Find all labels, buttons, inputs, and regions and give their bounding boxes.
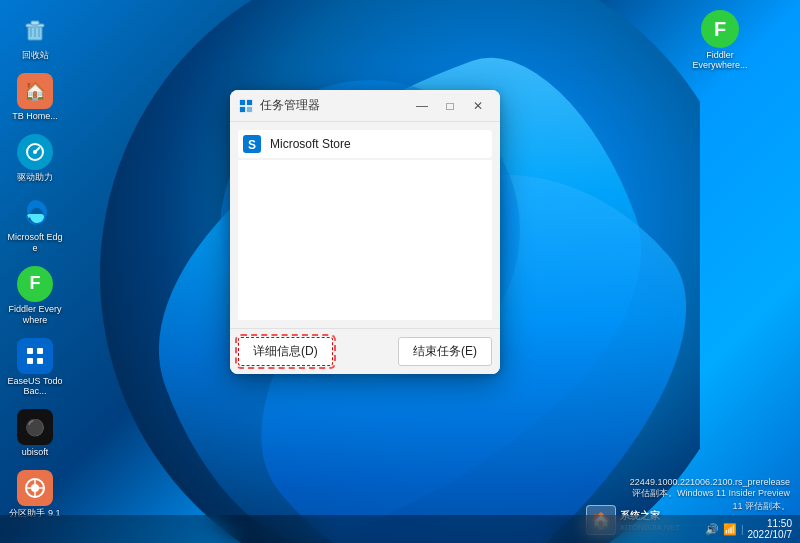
fiddler-top-right-label: Fiddler Everywhere... — [690, 50, 750, 70]
clock: 11:50 2022/10/7 — [748, 518, 793, 540]
taskman-footer: 详细信息(D) 结束任务(E) — [230, 328, 500, 374]
end-task-button[interactable]: 结束任务(E) — [398, 337, 492, 366]
svg-rect-10 — [37, 358, 43, 364]
task-manager-window: 任务管理器 ― □ ✕ S Microsoft Store 详细信息(D) — [230, 90, 500, 374]
easeus-icon[interactable]: EaseUS Todo Bac... — [5, 334, 65, 402]
details-button[interactable]: 详细信息(D) — [238, 337, 333, 366]
ubisoft-label: ubisoft — [22, 447, 49, 458]
svg-rect-18 — [247, 99, 252, 104]
system-tray: 🔊 📶 | 11:50 2022/10/7 — [705, 518, 792, 540]
svg-rect-2 — [31, 21, 39, 25]
svg-text:S: S — [248, 138, 256, 152]
tray-volume-icon[interactable]: 🔊 — [705, 523, 719, 536]
app-row[interactable]: S Microsoft Store — [238, 130, 492, 158]
watermark-line2: 评估副本。Windows 11 Insider Preview — [630, 487, 790, 500]
easeus-label: EaseUS Todo Bac... — [7, 376, 63, 398]
ms-store-icon: S — [242, 134, 262, 154]
fiddler-left-label: Fiddler Everywhere — [7, 304, 63, 326]
svg-rect-19 — [240, 106, 245, 111]
svg-rect-20 — [247, 106, 252, 111]
clock-time: 11:50 — [748, 518, 793, 529]
fiddler-top-right-icon[interactable]: F Fiddler Everywhere... — [690, 10, 750, 70]
taskman-app-icon — [238, 98, 254, 114]
recycle-bin-icon[interactable]: 回收站 — [5, 8, 65, 65]
fiddler-letter: F — [701, 10, 739, 48]
speed-icon[interactable]: 驱动助力 — [5, 130, 65, 187]
svg-rect-9 — [27, 358, 33, 364]
taskman-title: 任务管理器 — [260, 97, 408, 114]
watermark-line1: 22449.1000.221006.2100.rs_prerelease — [630, 477, 790, 487]
speed-label: 驱动助力 — [17, 172, 53, 183]
svg-rect-8 — [37, 348, 43, 354]
svg-rect-17 — [240, 99, 245, 104]
tray-network-icon[interactable]: 📶 — [723, 523, 737, 536]
window-controls: ― □ ✕ — [408, 92, 492, 120]
desktop-icon-column: 回收站 🏠 TB Home... 驱动助力 — [0, 0, 70, 543]
edge-icon[interactable]: Microsoft Edge — [5, 190, 65, 258]
svg-rect-7 — [27, 348, 33, 354]
tb-home-label: TB Home... — [12, 111, 58, 122]
edge-label: Microsoft Edge — [7, 232, 63, 254]
ubisoft-icon[interactable]: ⚫ ubisoft — [5, 405, 65, 462]
minimize-button[interactable]: ― — [408, 92, 436, 120]
maximize-button[interactable]: □ — [436, 92, 464, 120]
recycle-bin-label: 回收站 — [22, 50, 49, 61]
tb-home-icon[interactable]: 🏠 TB Home... — [5, 69, 65, 126]
app-name: Microsoft Store — [270, 137, 351, 151]
taskbar: 🔊 📶 | 11:50 2022/10/7 — [0, 515, 800, 543]
fiddler-left-icon[interactable]: F Fiddler Everywhere — [5, 262, 65, 330]
close-button[interactable]: ✕ — [464, 92, 492, 120]
taskman-titlebar: 任务管理器 ― □ ✕ — [230, 90, 500, 122]
taskman-content-area — [238, 160, 492, 320]
clock-date: 2022/10/7 — [748, 529, 793, 540]
svg-point-6 — [33, 150, 37, 154]
svg-point-12 — [31, 484, 39, 492]
desktop: 回收站 🏠 TB Home... 驱动助力 — [0, 0, 800, 543]
taskman-body: S Microsoft Store — [230, 122, 500, 328]
